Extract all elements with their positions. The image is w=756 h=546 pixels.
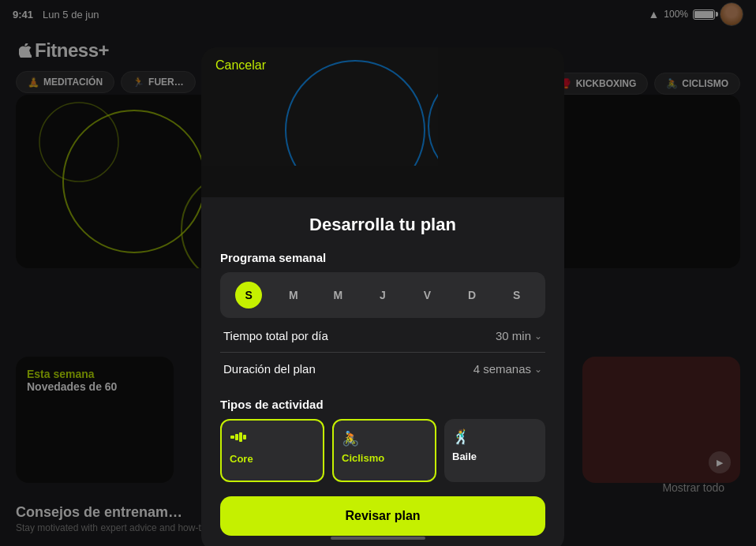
duracion-value-text: 4 semanas (473, 362, 531, 376)
tiempo-label: Tiempo total por día (223, 329, 328, 342)
activity-core[interactable]: Core (220, 419, 324, 482)
duracion-label: Duración del plan (223, 362, 316, 376)
tiempo-chevron: ⌄ (534, 331, 542, 342)
baile-label: Baile (452, 451, 477, 462)
day-mon[interactable]: M (280, 282, 307, 309)
duracion-value: 4 semanas ⌄ (473, 362, 542, 376)
svg-rect-9 (243, 435, 246, 439)
svg-rect-7 (235, 434, 238, 440)
duracion-chevron: ⌄ (534, 364, 542, 375)
review-plan-button[interactable]: Revisar plan (220, 496, 545, 536)
day-tue[interactable]: M (324, 282, 351, 309)
day-thu[interactable]: V (414, 282, 441, 309)
day-sat[interactable]: S (503, 282, 530, 309)
svg-rect-6 (230, 436, 234, 439)
core-label: Core (230, 453, 253, 465)
tiempo-value: 30 min ⌄ (496, 329, 542, 342)
plan-modal: Cancelar Desarrolla tu plan Programa sem… (201, 47, 564, 546)
modal-body: Desarrolla tu plan Programa semanal S M … (201, 197, 564, 546)
tiempo-value-text: 30 min (496, 329, 531, 342)
core-icon (230, 430, 247, 448)
cancel-button[interactable]: Cancelar (215, 58, 266, 73)
settings-rows: Tiempo total por día 30 min ⌄ Duración d… (220, 320, 545, 385)
activity-section-title: Tipos de actividad (220, 398, 545, 411)
programa-section: Programa semanal S M M J V D S (220, 251, 545, 318)
ciclismo-activity-label: Ciclismo (342, 452, 384, 464)
modal-title: Desarrolla tu plan (220, 215, 545, 235)
baile-icon: 🕺 (452, 428, 470, 446)
svg-rect-8 (239, 432, 242, 442)
programa-section-title: Programa semanal (220, 251, 545, 264)
day-sun[interactable]: S (235, 282, 262, 309)
activity-section: Tipos de actividad Core 🚴 (220, 398, 545, 482)
day-fri[interactable]: D (458, 282, 485, 309)
tiempo-row[interactable]: Tiempo total por día 30 min ⌄ (220, 320, 545, 353)
modal-top-image: Cancelar (201, 47, 564, 197)
day-wed[interactable]: J (369, 282, 396, 309)
activity-cards: Core 🚴 Ciclismo 🕺 Baile (220, 419, 545, 482)
home-indicator (331, 537, 425, 540)
ciclismo-activity-icon: 🚴 (342, 430, 359, 447)
duracion-row[interactable]: Duración del plan 4 semanas ⌄ (220, 353, 545, 385)
activity-ciclismo[interactable]: 🚴 Ciclismo (332, 419, 436, 482)
week-days-row: S M M J V D S (220, 272, 545, 318)
activity-baile[interactable]: 🕺 Baile (444, 419, 545, 482)
